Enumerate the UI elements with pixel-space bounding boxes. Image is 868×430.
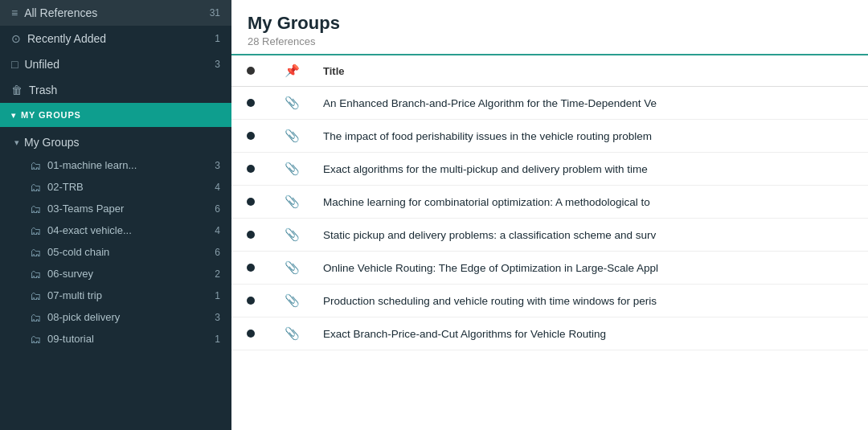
paperclip-icon: 📎 xyxy=(285,293,300,307)
my-groups-header-label: MY GROUPS xyxy=(21,110,81,120)
main-content: My Groups 28 References 📌 Title 📎A xyxy=(231,0,868,430)
group-item-04[interactable]: 🗂 04-exact vehicle... 4 xyxy=(0,219,231,241)
title-cell[interactable]: An Enhanced Branch-and-Price Algorithm f… xyxy=(313,87,868,120)
folder-icon: 🗂 xyxy=(29,203,42,214)
table-row[interactable]: 📎Online Vehicle Routing: The Edge of Opt… xyxy=(231,252,868,285)
read-indicator xyxy=(231,317,270,350)
title-cell[interactable]: Exact algorithms for the multi-pickup an… xyxy=(313,153,868,186)
paperclip-icon: 📎 xyxy=(285,162,300,175)
table-header-row: 📌 Title xyxy=(231,55,868,87)
read-dot-icon xyxy=(247,198,255,206)
folder-icon: 🗂 xyxy=(29,312,42,322)
group-count: 1 xyxy=(215,334,220,345)
sidebar-item-label: Unfiled xyxy=(24,58,59,71)
col-header-attachment: 📌 xyxy=(270,55,313,87)
read-dot-icon xyxy=(247,99,255,107)
group-item-09[interactable]: 🗂 09-tutorial 1 xyxy=(0,328,231,350)
table-row[interactable]: 📎Exact Branch-Price-and-Cut Algorithms f… xyxy=(231,317,868,350)
group-count: 3 xyxy=(215,312,220,323)
paperclip-icon: 📎 xyxy=(285,129,300,142)
all-references-count: 31 xyxy=(210,7,220,18)
clock-icon: ⊙ xyxy=(11,32,21,45)
read-dot-icon xyxy=(247,67,255,75)
group-item-01[interactable]: 🗂 01-machine learn... 3 xyxy=(0,154,231,176)
my-groups-expand-row[interactable]: ▾ My Groups xyxy=(0,130,231,154)
recently-added-count: 1 xyxy=(215,33,220,44)
group-item-03[interactable]: 🗂 03-Teams Paper 6 xyxy=(0,198,231,219)
paperclip-icon: 📎 xyxy=(285,227,300,241)
group-item-label: 09-tutorial xyxy=(47,333,94,345)
group-count: 6 xyxy=(215,203,220,215)
sidebar-item-unfiled[interactable]: □ Unfiled 3 xyxy=(0,51,231,77)
group-item-02[interactable]: 🗂 02-TRB 4 xyxy=(0,176,231,198)
read-dot-icon xyxy=(247,132,255,140)
group-section: ▾ My Groups 🗂 01-machine learn... 3 🗂 02… xyxy=(0,127,231,353)
trash-icon: 🗑 xyxy=(11,84,23,96)
col-header-read xyxy=(231,55,270,87)
read-indicator xyxy=(231,252,270,285)
title-cell[interactable]: Machine learning for combinatorial optim… xyxy=(313,186,868,219)
title-cell[interactable]: The impact of food perishability issues … xyxy=(313,120,868,153)
read-indicator xyxy=(231,87,270,120)
attachment-cell: 📎 xyxy=(270,317,313,350)
title-cell[interactable]: Production scheduling and vehicle routin… xyxy=(313,285,868,317)
group-item-label: 05-cold chain xyxy=(47,246,109,258)
group-count: 3 xyxy=(215,160,220,171)
read-indicator xyxy=(231,153,270,186)
folder-icon: 🗂 xyxy=(29,290,42,301)
group-count: 6 xyxy=(215,247,220,258)
group-count: 4 xyxy=(215,225,220,236)
group-count: 1 xyxy=(215,290,220,301)
table-row[interactable]: 📎Exact algorithms for the multi-pickup a… xyxy=(231,153,868,186)
sidebar: ≡ All References 31 ⊙ Recently Added 1 □… xyxy=(0,0,231,430)
sidebar-item-label: Recently Added xyxy=(27,32,106,45)
group-count: 2 xyxy=(215,268,220,280)
unfiled-count: 3 xyxy=(215,59,220,70)
attachment-cell: 📎 xyxy=(270,186,313,219)
folder-icon: 🗂 xyxy=(29,160,42,170)
file-icon: □ xyxy=(11,58,18,71)
folder-icon: 🗂 xyxy=(29,247,42,257)
attachment-cell: 📎 xyxy=(270,252,313,285)
folder-icon: 🗂 xyxy=(29,268,42,279)
title-cell[interactable]: Exact Branch-Price-and-Cut Algorithms fo… xyxy=(313,317,868,350)
group-item-05[interactable]: 🗂 05-cold chain 6 xyxy=(0,241,231,263)
my-groups-section-header[interactable]: ▾ MY GROUPS xyxy=(0,103,231,127)
group-item-06[interactable]: 🗂 06-survey 2 xyxy=(0,263,231,285)
group-item-08[interactable]: 🗂 08-pick delivery 3 xyxy=(0,306,231,328)
read-dot-icon xyxy=(247,297,255,305)
sidebar-item-label: Trash xyxy=(29,84,57,96)
attachment-cell: 📎 xyxy=(270,285,313,317)
sidebar-item-label: All References xyxy=(24,6,97,19)
references-table-container[interactable]: 📌 Title 📎An Enhanced Branch-and-Price Al… xyxy=(231,55,868,430)
table-row[interactable]: 📎Machine learning for combinatorial opti… xyxy=(231,186,868,219)
read-dot-icon xyxy=(247,330,255,338)
group-item-07[interactable]: 🗂 07-multi trip 1 xyxy=(0,285,231,306)
folder-icon: 🗂 xyxy=(29,225,42,235)
table-row[interactable]: 📎Static pickup and delivery problems: a … xyxy=(231,219,868,252)
table-row[interactable]: 📎An Enhanced Branch-and-Price Algorithm … xyxy=(231,87,868,120)
references-table: 📌 Title 📎An Enhanced Branch-and-Price Al… xyxy=(231,55,868,350)
group-item-label: 02-TRB xyxy=(47,181,84,193)
paperclip-icon: 📌 xyxy=(285,63,300,77)
read-indicator xyxy=(231,285,270,317)
chevron-right-icon: ▾ xyxy=(14,137,19,148)
attachment-cell: 📎 xyxy=(270,87,313,120)
attachment-cell: 📎 xyxy=(270,153,313,186)
sidebar-item-all-references[interactable]: ≡ All References 31 xyxy=(0,0,231,26)
paperclip-icon: 📎 xyxy=(285,326,300,340)
title-cell[interactable]: Online Vehicle Routing: The Edge of Opti… xyxy=(313,252,868,285)
read-indicator xyxy=(231,120,270,153)
table-row[interactable]: 📎The impact of food perishability issues… xyxy=(231,120,868,153)
attachment-cell: 📎 xyxy=(270,120,313,153)
sidebar-item-trash[interactable]: 🗑 Trash xyxy=(0,77,231,103)
reference-count: 28 References xyxy=(248,35,852,47)
table-row[interactable]: 📎Production scheduling and vehicle routi… xyxy=(231,285,868,317)
read-indicator xyxy=(231,219,270,252)
read-dot-icon xyxy=(247,165,255,173)
group-count: 4 xyxy=(215,182,220,193)
my-groups-label: My Groups xyxy=(24,136,79,149)
read-dot-icon xyxy=(247,264,255,272)
title-cell[interactable]: Static pickup and delivery problems: a c… xyxy=(313,219,868,252)
sidebar-item-recently-added[interactable]: ⊙ Recently Added 1 xyxy=(0,26,231,51)
